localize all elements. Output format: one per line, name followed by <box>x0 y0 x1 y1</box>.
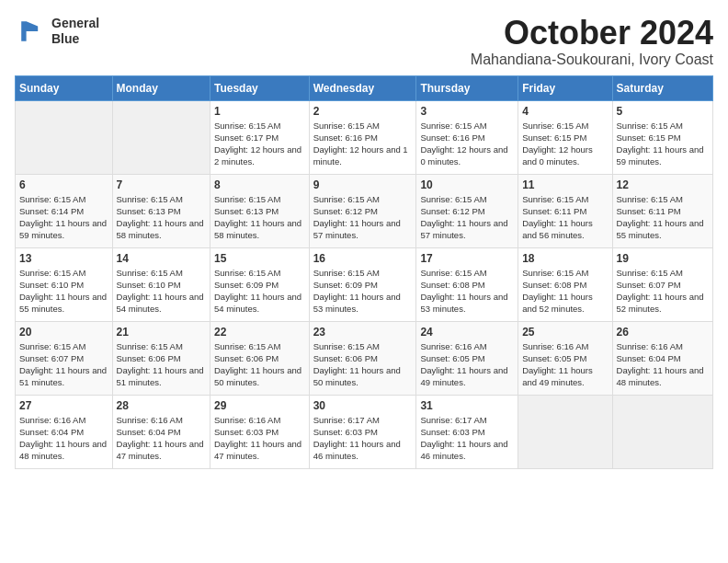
day-info: Sunrise: 6:16 AMSunset: 6:05 PMDaylight:… <box>420 340 514 389</box>
day-number: 6 <box>19 178 108 191</box>
day-number: 13 <box>19 252 108 265</box>
calendar-cell: 31Sunrise: 6:17 AMSunset: 6:03 PMDayligh… <box>416 395 518 468</box>
calendar-cell: 13Sunrise: 6:15 AMSunset: 6:10 PMDayligh… <box>16 247 113 321</box>
calendar-cell <box>518 395 612 468</box>
calendar-cell: 19Sunrise: 6:15 AMSunset: 6:07 PMDayligh… <box>612 247 712 321</box>
day-number: 12 <box>617 178 709 191</box>
day-number: 11 <box>522 178 608 191</box>
day-info: Sunrise: 6:15 AMSunset: 6:12 PMDaylight:… <box>313 193 413 242</box>
calendar-cell: 12Sunrise: 6:15 AMSunset: 6:11 PMDayligh… <box>612 174 712 247</box>
day-number: 22 <box>214 326 305 339</box>
day-number: 17 <box>420 252 514 265</box>
calendar-week-4: 20Sunrise: 6:15 AMSunset: 6:07 PMDayligh… <box>16 321 713 395</box>
logo-icon <box>15 15 48 48</box>
day-number: 26 <box>617 326 709 339</box>
calendar-cell: 3Sunrise: 6:15 AMSunset: 6:16 PMDaylight… <box>416 100 518 174</box>
day-number: 21 <box>117 326 206 339</box>
day-info: Sunrise: 6:15 AMSunset: 6:09 PMDaylight:… <box>313 267 413 316</box>
calendar-week-3: 13Sunrise: 6:15 AMSunset: 6:10 PMDayligh… <box>16 247 713 321</box>
day-info: Sunrise: 6:15 AMSunset: 6:13 PMDaylight:… <box>214 193 305 242</box>
day-number: 10 <box>420 178 514 191</box>
day-info: Sunrise: 6:16 AMSunset: 6:04 PMDaylight:… <box>19 414 108 463</box>
calendar-cell: 27Sunrise: 6:16 AMSunset: 6:04 PMDayligh… <box>16 395 113 468</box>
day-number: 1 <box>214 105 305 118</box>
calendar-week-1: 1Sunrise: 6:15 AMSunset: 6:17 PMDaylight… <box>16 100 713 174</box>
calendar-cell: 15Sunrise: 6:15 AMSunset: 6:09 PMDayligh… <box>210 247 310 321</box>
calendar-cell <box>16 100 113 174</box>
header: General Blue October 2024 Mahandiana-Sou… <box>15 15 713 68</box>
calendar-cell: 20Sunrise: 6:15 AMSunset: 6:07 PMDayligh… <box>16 321 113 395</box>
calendar-cell: 2Sunrise: 6:15 AMSunset: 6:16 PMDaylight… <box>309 100 416 174</box>
calendar-cell: 17Sunrise: 6:15 AMSunset: 6:08 PMDayligh… <box>416 247 518 321</box>
calendar-cell <box>612 395 712 468</box>
calendar-cell: 6Sunrise: 6:15 AMSunset: 6:14 PMDaylight… <box>16 174 113 247</box>
day-info: Sunrise: 6:15 AMSunset: 6:08 PMDaylight:… <box>522 267 608 316</box>
day-info: Sunrise: 6:15 AMSunset: 6:10 PMDaylight:… <box>117 267 206 316</box>
day-info: Sunrise: 6:15 AMSunset: 6:08 PMDaylight:… <box>420 267 514 316</box>
day-number: 4 <box>522 105 608 118</box>
day-info: Sunrise: 6:16 AMSunset: 6:03 PMDaylight:… <box>214 414 305 463</box>
day-number: 31 <box>420 399 514 412</box>
day-number: 24 <box>420 326 514 339</box>
header-row: Sunday Monday Tuesday Wednesday Thursday… <box>16 75 713 100</box>
calendar-cell: 18Sunrise: 6:15 AMSunset: 6:08 PMDayligh… <box>518 247 612 321</box>
day-info: Sunrise: 6:15 AMSunset: 6:06 PMDaylight:… <box>117 340 206 389</box>
day-number: 7 <box>117 178 206 191</box>
day-number: 3 <box>420 105 514 118</box>
day-number: 20 <box>19 326 108 339</box>
day-info: Sunrise: 6:16 AMSunset: 6:04 PMDaylight:… <box>617 340 709 389</box>
day-info: Sunrise: 6:15 AMSunset: 6:15 PMDaylight:… <box>617 120 709 168</box>
day-info: Sunrise: 6:15 AMSunset: 6:11 PMDaylight:… <box>522 193 608 242</box>
col-monday: Monday <box>112 75 210 100</box>
col-saturday: Saturday <box>612 75 712 100</box>
day-number: 27 <box>19 399 108 412</box>
calendar-cell: 7Sunrise: 6:15 AMSunset: 6:13 PMDaylight… <box>112 174 210 247</box>
day-info: Sunrise: 6:15 AMSunset: 6:12 PMDaylight:… <box>420 193 514 242</box>
calendar-cell: 9Sunrise: 6:15 AMSunset: 6:12 PMDaylight… <box>309 174 416 247</box>
day-number: 19 <box>617 252 709 265</box>
col-wednesday: Wednesday <box>309 75 416 100</box>
day-number: 16 <box>313 252 413 265</box>
col-thursday: Thursday <box>416 75 518 100</box>
calendar-cell: 8Sunrise: 6:15 AMSunset: 6:13 PMDaylight… <box>210 174 310 247</box>
calendar-cell: 23Sunrise: 6:15 AMSunset: 6:06 PMDayligh… <box>309 321 416 395</box>
calendar-cell: 21Sunrise: 6:15 AMSunset: 6:06 PMDayligh… <box>112 321 210 395</box>
day-number: 30 <box>313 399 413 412</box>
day-info: Sunrise: 6:15 AMSunset: 6:09 PMDaylight:… <box>214 267 305 316</box>
day-info: Sunrise: 6:15 AMSunset: 6:11 PMDaylight:… <box>617 193 709 242</box>
day-number: 15 <box>214 252 305 265</box>
day-info: Sunrise: 6:15 AMSunset: 6:07 PMDaylight:… <box>617 267 709 316</box>
calendar-cell: 24Sunrise: 6:16 AMSunset: 6:05 PMDayligh… <box>416 321 518 395</box>
day-info: Sunrise: 6:15 AMSunset: 6:17 PMDaylight:… <box>214 120 305 168</box>
calendar-cell: 16Sunrise: 6:15 AMSunset: 6:09 PMDayligh… <box>309 247 416 321</box>
location-title: Mahandiana-Soukourani, Ivory Coast <box>471 52 713 68</box>
calendar-cell: 1Sunrise: 6:15 AMSunset: 6:17 PMDaylight… <box>210 100 310 174</box>
day-number: 23 <box>313 326 413 339</box>
col-friday: Friday <box>518 75 612 100</box>
calendar-cell: 5Sunrise: 6:15 AMSunset: 6:15 PMDaylight… <box>612 100 712 174</box>
col-tuesday: Tuesday <box>210 75 310 100</box>
calendar-cell: 22Sunrise: 6:15 AMSunset: 6:06 PMDayligh… <box>210 321 310 395</box>
calendar-table: Sunday Monday Tuesday Wednesday Thursday… <box>15 75 713 469</box>
day-info: Sunrise: 6:17 AMSunset: 6:03 PMDaylight:… <box>420 414 514 463</box>
day-info: Sunrise: 6:15 AMSunset: 6:06 PMDaylight:… <box>214 340 305 389</box>
calendar-cell <box>112 100 210 174</box>
day-number: 29 <box>214 399 305 412</box>
day-number: 8 <box>214 178 305 191</box>
calendar-cell: 10Sunrise: 6:15 AMSunset: 6:12 PMDayligh… <box>416 174 518 247</box>
day-info: Sunrise: 6:15 AMSunset: 6:16 PMDaylight:… <box>420 120 514 168</box>
day-number: 25 <box>522 326 608 339</box>
calendar-cell: 26Sunrise: 6:16 AMSunset: 6:04 PMDayligh… <box>612 321 712 395</box>
day-number: 28 <box>117 399 206 412</box>
calendar-cell: 11Sunrise: 6:15 AMSunset: 6:11 PMDayligh… <box>518 174 612 247</box>
day-info: Sunrise: 6:15 AMSunset: 6:07 PMDaylight:… <box>19 340 108 389</box>
day-info: Sunrise: 6:15 AMSunset: 6:13 PMDaylight:… <box>117 193 206 242</box>
calendar-week-5: 27Sunrise: 6:16 AMSunset: 6:04 PMDayligh… <box>16 395 713 468</box>
day-number: 9 <box>313 178 413 191</box>
logo-line1: General <box>51 16 99 31</box>
calendar-body: 1Sunrise: 6:15 AMSunset: 6:17 PMDaylight… <box>16 100 713 468</box>
day-info: Sunrise: 6:16 AMSunset: 6:05 PMDaylight:… <box>522 340 608 389</box>
day-number: 2 <box>313 105 413 118</box>
calendar-cell: 28Sunrise: 6:16 AMSunset: 6:04 PMDayligh… <box>112 395 210 468</box>
calendar-cell: 25Sunrise: 6:16 AMSunset: 6:05 PMDayligh… <box>518 321 612 395</box>
